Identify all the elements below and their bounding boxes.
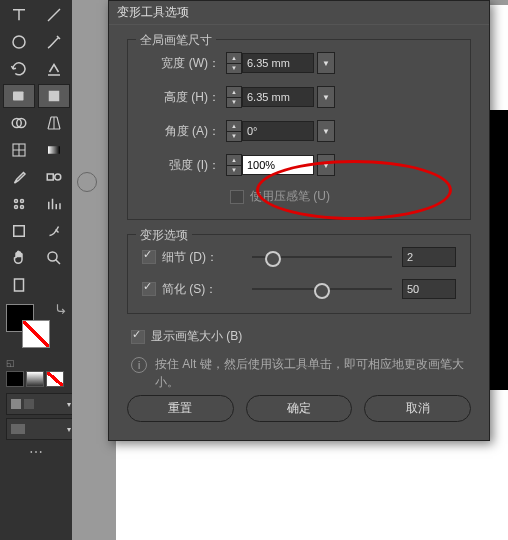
slice-tool[interactable]	[38, 219, 70, 243]
shape-builder-tool[interactable]	[3, 111, 35, 135]
width-field[interactable]: 6.35 mm	[242, 53, 314, 73]
global-brush-section: 全局画笔尺寸 宽度 (W)： ▲▼ 6.35 mm ▼ 高度 (H)： ▲▼ 6…	[127, 39, 471, 220]
simplify-label: 简化 (S)：	[162, 281, 217, 298]
info-icon: i	[131, 357, 147, 373]
info-text: 按住 Alt 键，然后使用该工具单击，即可相应地更改画笔大小。	[155, 355, 471, 391]
svg-point-9	[15, 200, 18, 203]
svg-point-8	[55, 174, 61, 180]
section-title: 全局画笔尺寸	[136, 32, 216, 49]
intensity-dropdown[interactable]: ▼	[317, 154, 335, 176]
color-mode-row	[0, 368, 72, 390]
detail-checkbox[interactable]	[142, 250, 156, 264]
more-icon[interactable]: ⋯	[6, 444, 66, 460]
perspective-tool[interactable]	[38, 111, 70, 135]
line-tool[interactable]	[38, 3, 70, 27]
graph-tool[interactable]	[38, 192, 70, 216]
svg-rect-1	[13, 92, 24, 101]
swatch-hint-icon: ◱	[0, 358, 72, 368]
free-transform-tool[interactable]	[38, 84, 70, 108]
ellipse-tool[interactable]	[3, 30, 35, 54]
svg-point-11	[15, 206, 18, 209]
show-brush-label: 显示画笔大小 (B)	[151, 328, 242, 345]
angle-field[interactable]: 0°	[242, 121, 314, 141]
artboard-tool[interactable]	[3, 219, 35, 243]
color-none[interactable]	[46, 371, 64, 387]
svg-rect-15	[15, 279, 24, 291]
ok-button[interactable]: 确定	[246, 395, 353, 422]
gradient-tool[interactable]	[38, 138, 70, 162]
symbol-tool[interactable]	[3, 192, 35, 216]
draw-mode[interactable]: ▾	[6, 393, 76, 415]
zoom-tool[interactable]	[38, 246, 70, 270]
simplify-value[interactable]: 50	[402, 279, 456, 299]
show-brush-checkbox[interactable]	[131, 330, 145, 344]
hand-tool[interactable]	[3, 246, 35, 270]
brush-tool[interactable]	[38, 30, 70, 54]
type-tool[interactable]	[3, 3, 35, 27]
print-tool[interactable]	[3, 273, 35, 297]
dialog-title: 变形工具选项	[109, 1, 489, 25]
svg-rect-7	[47, 174, 53, 180]
pressure-checkbox[interactable]	[230, 190, 244, 204]
svg-rect-13	[14, 226, 25, 237]
height-spinner[interactable]: ▲▼	[226, 86, 242, 108]
intensity-field[interactable]: 100%	[242, 155, 314, 175]
detail-slider[interactable]	[252, 256, 392, 258]
screen-mode-flyout: ▾ ▾ ⋯	[0, 390, 72, 463]
simplify-slider[interactable]	[252, 288, 392, 290]
width-label: 宽度 (W)：	[142, 55, 226, 72]
blend-tool[interactable]	[38, 165, 70, 189]
angle-label: 角度 (A)：	[142, 123, 226, 140]
color-solid[interactable]	[6, 371, 24, 387]
screen-mode[interactable]: ▾	[6, 418, 76, 440]
intensity-label: 强度 (I)：	[142, 157, 226, 174]
brush-cursor	[77, 172, 97, 192]
detail-label: 细节 (D)：	[162, 249, 218, 266]
scale-tool[interactable]	[38, 57, 70, 81]
background-color[interactable]	[22, 320, 50, 348]
reset-button[interactable]: 重置	[127, 395, 234, 422]
angle-spinner[interactable]: ▲▼	[226, 120, 242, 142]
warp-tool[interactable]	[3, 84, 35, 108]
svg-point-12	[21, 206, 24, 209]
warp-options-section: 变形选项 细节 (D)： 2 简化 (S)： 50	[127, 234, 471, 314]
svg-point-10	[21, 200, 24, 203]
rotate-tool[interactable]	[3, 57, 35, 81]
tool-palette: ◱ ▾ ▾ ⋯	[0, 0, 72, 540]
width-spinner[interactable]: ▲▼	[226, 52, 242, 74]
height-label: 高度 (H)：	[142, 89, 226, 106]
angle-dropdown[interactable]: ▼	[317, 120, 335, 142]
intensity-spinner[interactable]: ▲▼	[226, 154, 242, 176]
width-dropdown[interactable]: ▼	[317, 52, 335, 74]
section-title-2: 变形选项	[136, 227, 192, 244]
cancel-button[interactable]: 取消	[364, 395, 471, 422]
svg-rect-2	[49, 91, 60, 102]
height-field[interactable]: 6.35 mm	[242, 87, 314, 107]
eyedropper-tool[interactable]	[3, 165, 35, 189]
detail-value[interactable]: 2	[402, 247, 456, 267]
svg-rect-6	[48, 146, 60, 154]
pressure-label: 使用压感笔 (U)	[250, 188, 330, 205]
simplify-checkbox[interactable]	[142, 282, 156, 296]
height-dropdown[interactable]: ▼	[317, 86, 335, 108]
color-swatches	[0, 300, 72, 358]
swap-colors-icon[interactable]	[54, 302, 68, 316]
color-gradient[interactable]	[26, 371, 44, 387]
warp-tool-options-dialog: 变形工具选项 全局画笔尺寸 宽度 (W)： ▲▼ 6.35 mm ▼ 高度 (H…	[108, 0, 490, 441]
mesh-tool[interactable]	[3, 138, 35, 162]
svg-point-0	[13, 36, 25, 48]
